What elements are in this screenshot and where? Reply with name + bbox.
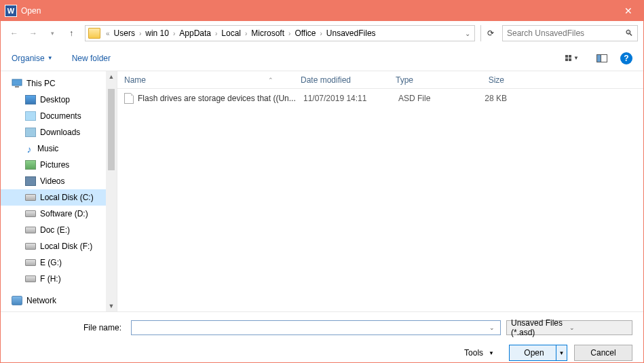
- sidebar-item[interactable]: Local Disk (F:): [1, 238, 117, 254]
- tools-label: Tools: [464, 348, 483, 358]
- column-header-date[interactable]: Date modified: [301, 75, 396, 85]
- down-icon: [25, 128, 36, 137]
- new-folder-button[interactable]: New folder: [72, 54, 111, 63]
- cancel-button[interactable]: Cancel: [574, 345, 632, 361]
- sidebar-scrollbar[interactable]: ▲ ▼: [106, 71, 117, 311]
- search-input[interactable]: [507, 28, 625, 38]
- sidebar-item[interactable]: Videos: [1, 173, 117, 189]
- back-button[interactable]: ←: [6, 25, 22, 41]
- preview-pane-button[interactable]: [590, 51, 613, 66]
- doc-icon: [25, 111, 36, 121]
- sidebar-item-label: Local Disk (C:): [40, 193, 94, 202]
- title-bar: W Open ✕: [1, 1, 643, 21]
- column-headers: Name ⌃ Date modified Type Size: [117, 71, 643, 89]
- breadcrumb-separator-icon[interactable]: ›: [242, 30, 250, 37]
- sidebar-item[interactable]: Doc (E:): [1, 222, 117, 238]
- breadcrumb-separator-icon[interactable]: ›: [212, 30, 220, 37]
- network-label: Network: [26, 296, 56, 305]
- svg-rect-0: [12, 79, 22, 85]
- breadcrumb-segment[interactable]: Office: [293, 27, 317, 39]
- organise-menu[interactable]: Organise ▼: [12, 54, 53, 63]
- breadcrumb-segment[interactable]: UnsavedFiles: [325, 27, 377, 39]
- search-box[interactable]: 🔍︎: [502, 25, 638, 41]
- scroll-thumb[interactable]: [108, 89, 115, 170]
- forward-button[interactable]: →: [25, 25, 41, 41]
- sidebar-item-label: Desktop: [40, 95, 70, 104]
- sidebar-item[interactable]: Documents: [1, 108, 117, 124]
- sidebar-item[interactable]: Local Disk (C:): [1, 189, 117, 206]
- sidebar-item[interactable]: E (G:): [1, 254, 117, 271]
- filename-dropdown-icon[interactable]: ⌄: [487, 324, 497, 331]
- sidebar-item-label: Documents: [40, 111, 81, 121]
- column-header-size[interactable]: Size: [463, 75, 531, 85]
- navigation-pane: This PC DesktopDocumentsDownloads♪MusicP…: [1, 71, 117, 311]
- recent-dropdown[interactable]: ▾: [44, 25, 60, 41]
- svg-rect-1: [15, 86, 19, 88]
- breadcrumb-segment[interactable]: Users: [113, 27, 136, 39]
- disk-icon: [25, 243, 36, 250]
- filename-input[interactable]: [134, 323, 487, 332]
- disk-icon: [25, 259, 36, 266]
- sidebar-item[interactable]: Pictures: [1, 157, 117, 173]
- breadcrumb-separator-icon[interactable]: ›: [136, 30, 144, 37]
- breadcrumb-separator-icon[interactable]: ›: [286, 30, 293, 37]
- network-icon: [12, 296, 22, 305]
- close-button[interactable]: ✕: [613, 1, 643, 21]
- sidebar-item[interactable]: Downloads: [1, 124, 117, 140]
- sidebar-item-label: Doc (E:): [40, 225, 70, 235]
- open-button[interactable]: Open ▼: [509, 345, 567, 361]
- desktop-icon: [25, 95, 36, 104]
- breadcrumb-segment[interactable]: Microsoft: [250, 27, 286, 39]
- word-app-icon: W: [5, 5, 17, 17]
- sidebar-item-this-pc[interactable]: This PC: [1, 75, 117, 92]
- help-button[interactable]: ?: [620, 52, 632, 64]
- music-icon: ♪: [25, 144, 33, 153]
- file-date: 11/07/2019 14:11: [303, 94, 398, 103]
- sidebar-item[interactable]: ♪Music: [1, 140, 117, 157]
- view-options-button[interactable]: ▼: [561, 51, 584, 66]
- sidebar-item-label: F (H:): [40, 274, 61, 284]
- sidebar-item-label: Downloads: [40, 128, 80, 137]
- column-header-type[interactable]: Type: [396, 75, 463, 85]
- folder-icon: [88, 28, 100, 39]
- disk-icon: [25, 275, 36, 282]
- disk-icon: [25, 194, 36, 201]
- sidebar-item[interactable]: Software (D:): [1, 206, 117, 222]
- column-header-name[interactable]: Name ⌃: [124, 75, 301, 85]
- breadcrumb-separator-icon[interactable]: ›: [170, 30, 178, 37]
- sidebar-item[interactable]: F (H:): [1, 271, 117, 287]
- sidebar-item[interactable]: Desktop: [1, 92, 117, 108]
- filename-combo[interactable]: ⌄: [131, 320, 501, 335]
- window-title: Open: [21, 6, 613, 16]
- bottom-panel: File name: ⌄ Unsaved Files (*.asd) ⌄ Too…: [1, 311, 643, 363]
- refresh-button[interactable]: ⟳: [480, 25, 499, 41]
- file-row[interactable]: Flash drives are storage devices that ((…: [117, 89, 643, 108]
- sidebar-item-label: Music: [37, 144, 58, 153]
- disk-icon: [25, 210, 36, 217]
- breadcrumb-segment[interactable]: AppData: [178, 27, 212, 39]
- vid-icon: [25, 176, 36, 186]
- file-type: ASD File: [398, 94, 466, 103]
- scroll-up-arrow[interactable]: ▲: [106, 71, 117, 82]
- file-type-filter[interactable]: Unsaved Files (*.asd) ⌄: [506, 320, 632, 335]
- open-split-dropdown[interactable]: ▼: [556, 345, 567, 360]
- cancel-button-label: Cancel: [590, 348, 615, 358]
- new-folder-label: New folder: [72, 54, 111, 63]
- breadcrumb-segment[interactable]: win 10: [144, 27, 170, 39]
- breadcrumb-history-dropdown[interactable]: ⌄: [461, 30, 474, 37]
- tools-menu[interactable]: Tools ▼: [464, 348, 494, 358]
- filter-dropdown-icon[interactable]: ⌄: [569, 324, 628, 331]
- scroll-down-arrow[interactable]: ▼: [106, 301, 117, 311]
- breadcrumb-segment[interactable]: Local: [220, 27, 242, 39]
- breadcrumb-separator-icon[interactable]: ›: [318, 30, 325, 37]
- sort-indicator-icon: ⌃: [268, 77, 273, 83]
- sidebar-item-label: Pictures: [40, 160, 69, 170]
- sidebar-item-network[interactable]: Network: [1, 292, 117, 309]
- disk-icon: [25, 227, 36, 233]
- search-icon[interactable]: 🔍︎: [625, 28, 633, 38]
- up-button[interactable]: ↑: [63, 25, 79, 41]
- nav-bar: ← → ▾ ↑ «Users›win 10›AppData›Local›Micr…: [1, 21, 643, 45]
- filter-label: Unsaved Files (*.asd): [511, 318, 569, 337]
- address-bar[interactable]: «Users›win 10›AppData›Local›Microsoft›Of…: [85, 25, 475, 41]
- open-button-label: Open: [524, 348, 552, 358]
